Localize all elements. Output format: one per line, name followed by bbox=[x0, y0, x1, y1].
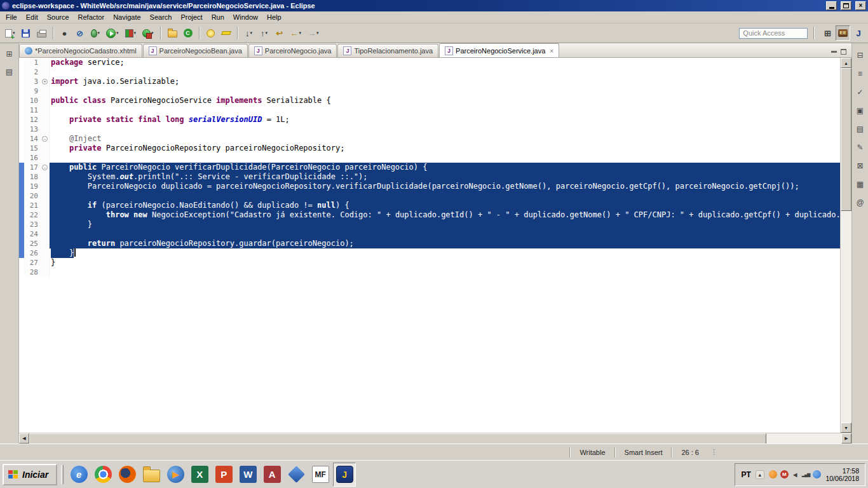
code-line[interactable]: 18 System.out.println(".:: Service - ver… bbox=[19, 172, 840, 182]
close-button[interactable]: × bbox=[855, 1, 866, 10]
code-line[interactable]: 22 throw new NegocioException("Cadastro … bbox=[19, 210, 840, 220]
code-line[interactable]: 1package service; bbox=[19, 58, 840, 67]
terminate-icon[interactable]: ● bbox=[58, 25, 72, 41]
code-line[interactable]: 9 bbox=[19, 86, 840, 96]
code-line[interactable]: 27} bbox=[19, 258, 840, 268]
line-number[interactable]: 1 bbox=[24, 58, 41, 67]
run-external-tools-icon[interactable]: ▾ bbox=[140, 25, 156, 41]
code-text[interactable]: } bbox=[50, 258, 840, 268]
menu-search[interactable]: Search bbox=[146, 12, 177, 22]
word-icon[interactable]: W bbox=[236, 463, 259, 487]
code-line[interactable]: 24 bbox=[19, 229, 840, 239]
editor-tab[interactable]: JParceiroNegocioBean.java bbox=[143, 44, 248, 57]
line-number[interactable]: 17 bbox=[24, 163, 41, 172]
last-edit-location-icon[interactable]: ↩ bbox=[273, 25, 287, 41]
fold-margin[interactable]: - bbox=[41, 134, 50, 144]
line-number[interactable]: 9 bbox=[24, 86, 41, 96]
save-icon[interactable] bbox=[19, 25, 33, 41]
eclipse-javaee-icon[interactable]: J bbox=[333, 463, 356, 487]
skip-all-breakpoints-icon[interactable]: ⊘ bbox=[73, 25, 87, 41]
line-number[interactable]: 26 bbox=[24, 248, 41, 258]
code-text[interactable] bbox=[50, 268, 840, 277]
code-text[interactable]: private static final long serialVersionU… bbox=[50, 115, 840, 125]
scroll-down-icon[interactable]: ▼ bbox=[841, 423, 851, 433]
horizontal-scroll-thumb[interactable] bbox=[29, 433, 766, 444]
search-view-icon[interactable]: @ bbox=[855, 197, 866, 208]
new-java-class-icon[interactable]: C bbox=[181, 25, 195, 41]
java-search-icon[interactable] bbox=[204, 25, 218, 41]
new-java-project-icon[interactable] bbox=[165, 25, 180, 41]
excel-icon[interactable]: X bbox=[188, 463, 211, 487]
media-player-icon[interactable]: ▶ bbox=[164, 463, 187, 487]
fold-margin[interactable]: + bbox=[41, 77, 50, 86]
show-hidden-icons-icon[interactable]: ▴ bbox=[756, 470, 764, 479]
line-number[interactable]: 2 bbox=[24, 67, 41, 77]
access-icon[interactable]: A bbox=[261, 463, 283, 487]
line-number[interactable]: 11 bbox=[24, 105, 41, 115]
open-perspective-icon[interactable]: ⊞ bbox=[820, 25, 834, 41]
line-number[interactable]: 16 bbox=[24, 153, 41, 163]
next-annotation-icon[interactable]: ↓▾ bbox=[242, 25, 256, 41]
network-icon[interactable]: ▂▄▆ bbox=[802, 472, 810, 477]
new-wizard-icon[interactable]: ▾ bbox=[3, 25, 18, 41]
line-number[interactable]: 28 bbox=[24, 268, 41, 277]
task-list-view-icon[interactable]: ✓ bbox=[855, 86, 866, 98]
code-line[interactable]: 26 } bbox=[19, 248, 840, 258]
line-number[interactable]: 10 bbox=[24, 96, 41, 105]
code-line[interactable]: 16 bbox=[19, 153, 840, 163]
code-line[interactable]: 11 bbox=[19, 105, 840, 115]
scroll-right-icon[interactable]: ▶ bbox=[841, 433, 851, 444]
menu-run[interactable]: Run bbox=[207, 12, 229, 22]
powerpoint-icon[interactable]: P bbox=[212, 463, 235, 487]
internet-explorer-icon[interactable]: e bbox=[67, 463, 90, 487]
markers-view-icon[interactable]: ⊠ bbox=[855, 160, 866, 172]
menu-navigate[interactable]: Navigate bbox=[109, 12, 145, 22]
code-text[interactable]: private ParceiroNegocioRepository parcei… bbox=[50, 144, 840, 153]
code-line[interactable]: 15 private ParceiroNegocioRepository par… bbox=[19, 144, 840, 153]
fold-collapse-icon[interactable]: - bbox=[42, 165, 48, 170]
clock[interactable]: 17:58 10/06/2018 bbox=[825, 467, 859, 482]
line-number[interactable]: 24 bbox=[24, 229, 41, 239]
code-text[interactable] bbox=[50, 86, 840, 96]
code-text[interactable]: public ParceiroNegocio verificarDuplicid… bbox=[50, 163, 840, 172]
line-number[interactable]: 22 bbox=[24, 210, 41, 220]
java-perspective-icon[interactable]: J bbox=[851, 25, 865, 41]
volume-icon[interactable]: ◄ bbox=[792, 471, 799, 478]
fold-collapse-icon[interactable]: - bbox=[42, 136, 48, 142]
editor-tab[interactable]: *ParceiroNegocioCadastro.xhtml bbox=[19, 44, 142, 57]
line-number[interactable]: 3 bbox=[24, 77, 41, 86]
line-number[interactable]: 14 bbox=[24, 134, 41, 144]
vertical-scroll-track[interactable] bbox=[841, 211, 851, 423]
line-number[interactable]: 13 bbox=[24, 125, 41, 134]
menu-project[interactable]: Project bbox=[176, 12, 207, 22]
language-indicator[interactable]: PT bbox=[741, 470, 750, 479]
file-explorer-icon[interactable] bbox=[140, 463, 163, 487]
horizontal-scrollbar[interactable]: ◀ ▶ bbox=[19, 433, 851, 444]
code-text[interactable]: } bbox=[50, 220, 840, 229]
scroll-up-icon[interactable]: ▲ bbox=[841, 58, 851, 68]
update-notifier-icon[interactable] bbox=[769, 470, 777, 478]
coverage-icon[interactable]: ▾ bbox=[123, 25, 139, 41]
minimize-button[interactable] bbox=[826, 1, 837, 10]
editor-tab[interactable]: JTipoRelacionamento.java bbox=[337, 44, 438, 57]
fold-expand-icon[interactable]: + bbox=[42, 79, 48, 85]
code-text[interactable]: package service; bbox=[50, 58, 840, 67]
code-text[interactable]: if (parceiroNegocio.NaoEditando() && dup… bbox=[50, 201, 840, 210]
print-icon[interactable] bbox=[34, 25, 49, 41]
code-text[interactable]: return parceiroNegocioRepository.guardar… bbox=[50, 239, 840, 248]
line-number[interactable]: 15 bbox=[24, 144, 41, 153]
menu-file[interactable]: File bbox=[1, 12, 22, 22]
mark-occurrences-icon[interactable] bbox=[219, 25, 233, 41]
data-source-explorer-view-icon[interactable]: ▤ bbox=[855, 123, 866, 135]
code-text[interactable] bbox=[50, 67, 840, 77]
restore-views-icon[interactable]: ⊟ bbox=[855, 50, 866, 61]
vertical-scroll-thumb[interactable] bbox=[841, 68, 851, 211]
antivirus-icon[interactable]: M bbox=[780, 470, 789, 478]
horizontal-scroll-track[interactable] bbox=[766, 433, 841, 444]
code-text[interactable] bbox=[50, 105, 840, 115]
close-tab-icon[interactable]: × bbox=[550, 48, 553, 55]
line-number[interactable]: 12 bbox=[24, 115, 41, 125]
code-line[interactable]: 19 ParceiroNegocio duplicado = parceiroN… bbox=[19, 182, 840, 191]
line-number[interactable]: 21 bbox=[24, 201, 41, 210]
quick-access-field[interactable]: Quick Access bbox=[739, 28, 808, 39]
